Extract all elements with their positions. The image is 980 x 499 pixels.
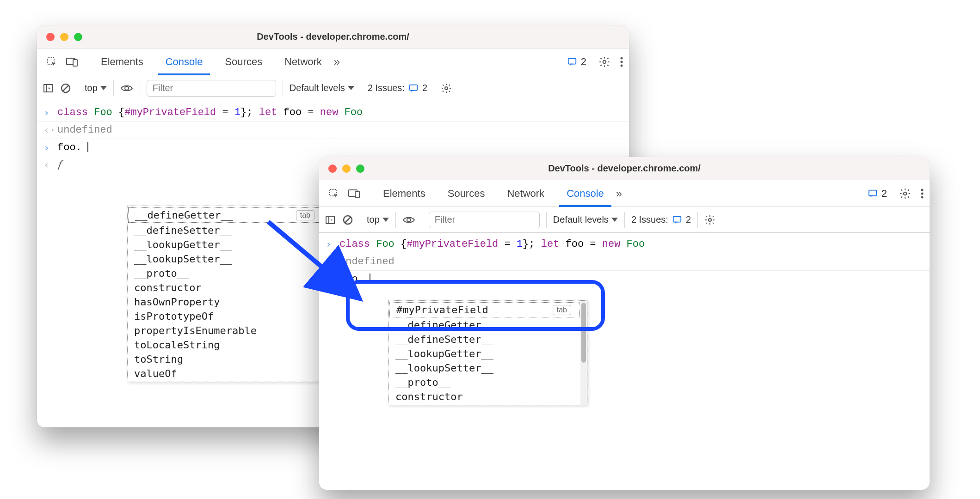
main-tabstrip: Elements Sources Network Console » 2 <box>319 180 930 207</box>
console-typing-row[interactable]: › foo. <box>37 139 629 156</box>
code-line: class Foo {#myPrivateField = 1}; let foo… <box>57 107 363 118</box>
toggle-drawer-icon[interactable] <box>325 214 336 225</box>
svg-point-27 <box>407 218 411 222</box>
autocomplete-item[interactable]: __proto__ <box>128 266 324 280</box>
tab-console[interactable]: Console <box>556 180 614 207</box>
tab-elements[interactable]: Elements <box>91 49 154 75</box>
traffic-lights <box>328 164 364 173</box>
messages-badge[interactable]: 2 <box>868 188 887 200</box>
inspect-icon[interactable] <box>325 184 343 203</box>
svg-point-7 <box>621 64 623 67</box>
close-window-button[interactable] <box>328 164 337 173</box>
tab-sources[interactable]: Sources <box>438 180 495 207</box>
autocomplete-scrollbar[interactable] <box>580 301 587 405</box>
chevron-down-icon <box>611 218 618 222</box>
autocomplete-item[interactable]: isPrototypeOf <box>128 309 324 323</box>
autocomplete-item[interactable]: hasOwnProperty <box>128 295 324 309</box>
svg-point-21 <box>921 192 924 195</box>
messages-count: 2 <box>881 188 887 200</box>
levels-label: Default levels <box>553 214 609 225</box>
svg-rect-13 <box>410 85 418 90</box>
autocomplete-item[interactable]: toLocaleString <box>128 338 324 352</box>
autocomplete-item[interactable]: __lookupSetter__ <box>389 361 580 375</box>
autocomplete-item[interactable]: __lookupGetter__ <box>128 237 324 252</box>
console-input-row: › class Foo {#myPrivateField = 1}; let f… <box>319 236 930 253</box>
autocomplete-item-selected[interactable]: #myPrivateField tab <box>389 302 580 317</box>
svg-rect-18 <box>869 190 877 195</box>
context-selector[interactable]: top <box>367 214 389 225</box>
autocomplete-item[interactable]: valueOf <box>128 366 324 381</box>
autocomplete-item[interactable]: propertyIsEnumerable <box>128 323 324 338</box>
live-expression-icon[interactable] <box>402 215 415 225</box>
tab-elements[interactable]: Elements <box>373 180 436 207</box>
console-output-row: ‹· undefined <box>37 122 629 139</box>
console-typing-row[interactable]: › foo. <box>319 271 930 288</box>
autocomplete-popup[interactable]: __defineGetter__ tab __defineSetter__ __… <box>127 206 331 382</box>
log-levels-selector[interactable]: Default levels <box>290 83 354 93</box>
maximize-window-button[interactable] <box>74 33 82 41</box>
autocomplete-item[interactable]: __defineSetter__ <box>128 223 324 237</box>
log-levels-selector[interactable]: Default levels <box>553 214 618 225</box>
kebab-menu-icon[interactable] <box>920 188 924 199</box>
tab-console[interactable]: Console <box>155 49 213 75</box>
svg-point-20 <box>921 189 924 191</box>
issues-indicator[interactable]: 2 Issues: 2 <box>631 214 691 225</box>
svg-point-12 <box>125 86 129 90</box>
clear-console-icon[interactable] <box>342 214 353 225</box>
svg-line-11 <box>63 85 68 91</box>
more-tabs-icon[interactable]: » <box>334 55 340 68</box>
svg-point-29 <box>709 219 711 221</box>
svg-point-4 <box>603 60 606 63</box>
svg-rect-3 <box>568 58 576 64</box>
autocomplete-item[interactable]: constructor <box>128 280 324 295</box>
console-settings-icon[interactable] <box>441 83 452 94</box>
close-window-button[interactable] <box>46 33 55 41</box>
devtools-window-2: DevTools - developer.chrome.com/ Element… <box>319 157 930 490</box>
autocomplete-item-selected[interactable]: __defineGetter__ tab <box>128 207 323 223</box>
console-settings-icon[interactable] <box>704 214 715 225</box>
autocomplete-popup[interactable]: #myPrivateField tab __defineGetter__ __d… <box>388 300 587 405</box>
tab-hint-badge: tab <box>553 305 571 315</box>
console-toolbar: top Default levels 2 Issues: 2 <box>319 207 930 233</box>
svg-point-5 <box>621 57 623 59</box>
filter-input[interactable] <box>429 212 540 228</box>
messages-badge[interactable]: 2 <box>567 56 586 68</box>
tab-network[interactable]: Network <box>497 180 555 207</box>
tab-sources[interactable]: Sources <box>215 49 272 75</box>
more-tabs-icon[interactable]: » <box>616 187 622 200</box>
issues-count: 2 <box>422 83 427 93</box>
live-expression-icon[interactable] <box>120 84 133 93</box>
scrollbar-thumb[interactable] <box>581 303 586 363</box>
context-selector[interactable]: top <box>85 83 107 93</box>
context-label: top <box>85 83 98 93</box>
autocomplete-item[interactable]: __lookupSetter__ <box>128 252 324 266</box>
autocomplete-item[interactable]: __defineGetter__ <box>389 318 580 332</box>
filter-input[interactable] <box>147 80 276 97</box>
minimize-window-button[interactable] <box>342 164 351 173</box>
device-toggle-icon[interactable] <box>63 53 81 71</box>
context-label: top <box>367 214 380 225</box>
tab-network[interactable]: Network <box>274 49 332 75</box>
device-toggle-icon[interactable] <box>345 184 364 203</box>
kebab-menu-icon[interactable] <box>620 56 623 67</box>
svg-point-6 <box>621 61 623 63</box>
typing-text: foo. <box>339 274 364 285</box>
settings-icon[interactable] <box>598 56 610 68</box>
minimize-window-button[interactable] <box>60 33 68 41</box>
autocomplete-item[interactable]: __lookupGetter__ <box>389 347 580 361</box>
autocomplete-item[interactable]: __proto__ <box>389 375 580 389</box>
console-toolbar: top Default levels 2 Issues: 2 <box>37 75 629 101</box>
autocomplete-item[interactable]: toString <box>128 352 324 366</box>
issues-label: 2 Issues: <box>631 214 668 225</box>
maximize-window-button[interactable] <box>356 164 364 173</box>
autocomplete-item[interactable]: constructor <box>389 389 580 404</box>
svg-point-22 <box>921 196 924 198</box>
settings-icon[interactable] <box>899 188 911 200</box>
inspect-icon[interactable] <box>43 53 61 71</box>
autocomplete-item[interactable]: __defineSetter__ <box>389 332 580 347</box>
toggle-drawer-icon[interactable] <box>43 83 54 94</box>
clear-console-icon[interactable] <box>60 83 71 94</box>
output-value: undefined <box>339 256 394 268</box>
levels-label: Default levels <box>290 83 345 93</box>
issues-indicator[interactable]: 2 Issues: 2 <box>368 83 427 93</box>
